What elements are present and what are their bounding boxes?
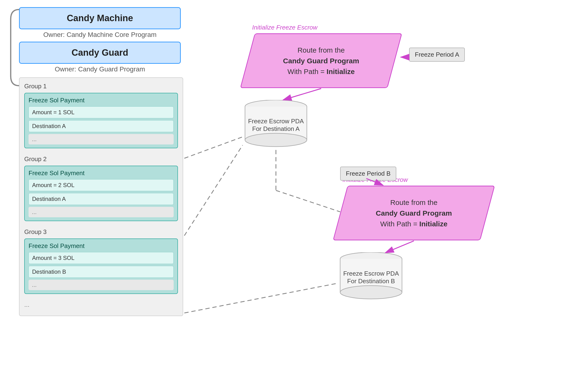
group-3-guard-title: Freeze Sol Payment <box>29 242 174 250</box>
svg-line-19 <box>184 145 243 236</box>
candy-guard-owner: Owner: Candy Guard Program <box>19 65 181 73</box>
group-2-dots: ... <box>29 207 174 217</box>
diagram-container: Candy Machine Owner: Candy Machine Core … <box>0 0 588 377</box>
group-1-freeze-box: Freeze Sol Payment Amount = 1 SOL Destin… <box>24 93 178 148</box>
group-1-dots: ... <box>29 134 174 144</box>
cylinder-2: Freeze Escrow PDA For Destination B <box>338 252 404 303</box>
svg-line-21 <box>276 190 340 212</box>
candy-guard-title: Candy Guard <box>72 47 128 58</box>
svg-line-24 <box>184 283 338 313</box>
svg-point-4 <box>245 133 307 147</box>
groups-container: Group 1 Freeze Sol Payment Amount = 1 SO… <box>19 77 183 316</box>
group-3-freeze-box: Freeze Sol Payment Amount = 3 SOL Destin… <box>24 238 178 294</box>
svg-text:For Destination A: For Destination A <box>252 125 300 132</box>
svg-point-11 <box>340 286 402 299</box>
candy-machine-box: Candy Machine <box>19 7 181 29</box>
route-box-2: Route from the Candy Guard Program With … <box>333 186 495 240</box>
group-1-section: Group 1 Freeze Sol Payment Amount = 1 SO… <box>24 82 178 148</box>
svg-text:Freeze Escrow PDA: Freeze Escrow PDA <box>248 118 304 125</box>
group-2-destination: Destination A <box>29 193 174 205</box>
svg-line-23 <box>385 241 414 253</box>
svg-text:Freeze Escrow PDA: Freeze Escrow PDA <box>343 270 399 277</box>
group-1-guard-title: Freeze Sol Payment <box>29 97 174 104</box>
group-1-label: Group 1 <box>24 82 178 90</box>
freeze-period-b-badge: Freeze Period B <box>340 167 396 181</box>
svg-line-18 <box>184 137 243 158</box>
group-3-section: Group 3 Freeze Sol Payment Amount = 3 SO… <box>24 228 178 294</box>
group-3-label: Group 3 <box>24 228 178 236</box>
group-3-destination: Destination B <box>29 266 174 278</box>
group-2-amount: Amount = 2 SOL <box>29 179 174 191</box>
group-2-guard-title: Freeze Sol Payment <box>29 169 174 177</box>
group-2-label: Group 2 <box>24 155 178 163</box>
candy-machine-title: Candy Machine <box>67 13 133 23</box>
cylinder-1: Freeze Escrow PDA For Destination A <box>243 100 309 151</box>
candy-guard-box: Candy Guard <box>19 42 181 64</box>
group-3-amount: Amount = 3 SOL <box>29 252 174 264</box>
freeze-period-a-badge: Freeze Period A <box>409 47 465 62</box>
groups-bottom-dots: ... <box>24 301 178 308</box>
group-2-freeze-box: Freeze Sol Payment Amount = 2 SOL Destin… <box>24 166 178 221</box>
route-box-1: Route from the Candy Guard Program With … <box>240 33 402 88</box>
svg-line-17 <box>283 89 321 100</box>
group-2-section: Group 2 Freeze Sol Payment Amount = 2 SO… <box>24 155 178 221</box>
svg-text:For Destination B: For Destination B <box>347 278 395 285</box>
route-1-italic-label: Initialize Freeze Escrow <box>252 24 317 31</box>
group-3-dots: ... <box>29 280 174 290</box>
group-1-amount: Amount = 1 SOL <box>29 106 174 118</box>
candy-machine-owner: Owner: Candy Machine Core Program <box>19 31 181 39</box>
group-1-destination: Destination A <box>29 120 174 132</box>
